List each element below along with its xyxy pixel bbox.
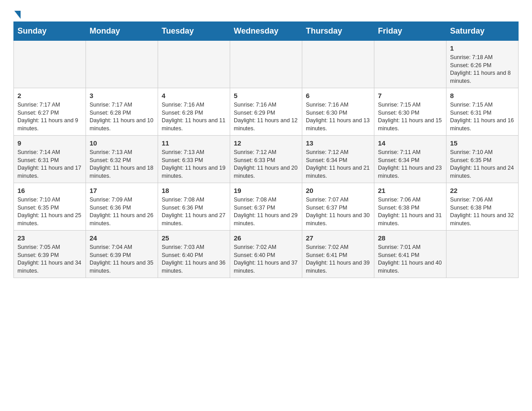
- day-info: Sunrise: 7:18 AM Sunset: 6:26 PM Dayligh…: [450, 54, 515, 85]
- calendar-cell: 21Sunrise: 7:06 AM Sunset: 6:38 PM Dayli…: [374, 183, 446, 231]
- day-info: Sunrise: 7:10 AM Sunset: 6:35 PM Dayligh…: [17, 196, 82, 227]
- day-number: 25: [162, 233, 226, 243]
- calendar-cell: [230, 41, 302, 88]
- day-number: 8: [450, 91, 515, 100]
- day-number: 6: [306, 91, 370, 100]
- day-info: Sunrise: 7:12 AM Sunset: 6:34 PM Dayligh…: [306, 149, 370, 180]
- calendar-cell: [86, 41, 158, 88]
- week-row-1: 1Sunrise: 7:18 AM Sunset: 6:26 PM Daylig…: [14, 41, 519, 88]
- header-day-thursday: Thursday: [302, 22, 374, 41]
- calendar-cell: 26Sunrise: 7:02 AM Sunset: 6:40 PM Dayli…: [230, 231, 302, 278]
- calendar-cell: 28Sunrise: 7:01 AM Sunset: 6:41 PM Dayli…: [374, 231, 446, 278]
- day-info: Sunrise: 7:13 AM Sunset: 6:32 PM Dayligh…: [90, 149, 154, 180]
- calendar-cell: 16Sunrise: 7:10 AM Sunset: 6:35 PM Dayli…: [14, 183, 86, 231]
- day-number: 22: [450, 186, 515, 195]
- calendar-cell: 5Sunrise: 7:16 AM Sunset: 6:29 PM Daylig…: [230, 88, 302, 136]
- day-number: 17: [90, 186, 154, 195]
- calendar-cell: 11Sunrise: 7:13 AM Sunset: 6:33 PM Dayli…: [158, 136, 230, 183]
- day-number: 11: [162, 138, 226, 148]
- calendar-cell: 9Sunrise: 7:14 AM Sunset: 6:31 PM Daylig…: [14, 136, 86, 183]
- day-info: Sunrise: 7:10 AM Sunset: 6:35 PM Dayligh…: [450, 149, 515, 180]
- logo: [13, 9, 21, 17]
- calendar-cell: 23Sunrise: 7:05 AM Sunset: 6:39 PM Dayli…: [14, 231, 86, 278]
- calendar-cell: [374, 41, 446, 88]
- day-number: 10: [90, 138, 154, 148]
- day-number: 21: [378, 186, 442, 195]
- day-number: 27: [306, 233, 370, 243]
- day-info: Sunrise: 7:07 AM Sunset: 6:37 PM Dayligh…: [306, 196, 370, 227]
- day-number: 24: [90, 233, 154, 243]
- day-info: Sunrise: 7:03 AM Sunset: 6:40 PM Dayligh…: [162, 244, 226, 275]
- day-number: 18: [162, 186, 226, 195]
- day-info: Sunrise: 7:06 AM Sunset: 6:38 PM Dayligh…: [378, 196, 442, 227]
- day-number: 20: [306, 186, 370, 195]
- calendar-cell: 3Sunrise: 7:17 AM Sunset: 6:28 PM Daylig…: [86, 88, 158, 136]
- calendar-body: 1Sunrise: 7:18 AM Sunset: 6:26 PM Daylig…: [14, 41, 519, 278]
- calendar-cell: 15Sunrise: 7:10 AM Sunset: 6:35 PM Dayli…: [446, 136, 519, 183]
- calendar-cell: 25Sunrise: 7:03 AM Sunset: 6:40 PM Dayli…: [158, 231, 230, 278]
- header-day-friday: Friday: [374, 22, 446, 41]
- calendar-cell: 8Sunrise: 7:15 AM Sunset: 6:31 PM Daylig…: [446, 88, 519, 136]
- calendar-cell: 4Sunrise: 7:16 AM Sunset: 6:28 PM Daylig…: [158, 88, 230, 136]
- day-info: Sunrise: 7:15 AM Sunset: 6:31 PM Dayligh…: [450, 101, 515, 133]
- day-info: Sunrise: 7:16 AM Sunset: 6:28 PM Dayligh…: [162, 101, 226, 133]
- day-info: Sunrise: 7:17 AM Sunset: 6:27 PM Dayligh…: [17, 101, 82, 133]
- day-info: Sunrise: 7:16 AM Sunset: 6:30 PM Dayligh…: [306, 101, 370, 133]
- day-info: Sunrise: 7:13 AM Sunset: 6:33 PM Dayligh…: [162, 149, 226, 180]
- header-day-tuesday: Tuesday: [158, 22, 230, 41]
- calendar-cell: 13Sunrise: 7:12 AM Sunset: 6:34 PM Dayli…: [302, 136, 374, 183]
- calendar-cell: 10Sunrise: 7:13 AM Sunset: 6:32 PM Dayli…: [86, 136, 158, 183]
- day-number: 15: [450, 138, 515, 148]
- day-number: 19: [234, 186, 298, 195]
- day-info: Sunrise: 7:14 AM Sunset: 6:31 PM Dayligh…: [17, 149, 82, 180]
- day-info: Sunrise: 7:09 AM Sunset: 6:36 PM Dayligh…: [90, 196, 154, 227]
- header-row: SundayMondayTuesdayWednesdayThursdayFrid…: [14, 22, 519, 41]
- calendar-cell: 7Sunrise: 7:15 AM Sunset: 6:30 PM Daylig…: [374, 88, 446, 136]
- week-row-2: 2Sunrise: 7:17 AM Sunset: 6:27 PM Daylig…: [14, 88, 519, 136]
- calendar-cell: 14Sunrise: 7:11 AM Sunset: 6:34 PM Dayli…: [374, 136, 446, 183]
- calendar-cell: 1Sunrise: 7:18 AM Sunset: 6:26 PM Daylig…: [446, 41, 519, 88]
- header-day-saturday: Saturday: [446, 22, 519, 41]
- calendar-cell: 12Sunrise: 7:12 AM Sunset: 6:33 PM Dayli…: [230, 136, 302, 183]
- calendar-cell: 2Sunrise: 7:17 AM Sunset: 6:27 PM Daylig…: [14, 88, 86, 136]
- header-day-sunday: Sunday: [14, 22, 86, 41]
- day-info: Sunrise: 7:15 AM Sunset: 6:30 PM Dayligh…: [378, 101, 442, 133]
- header-day-wednesday: Wednesday: [230, 22, 302, 41]
- calendar-cell: [302, 41, 374, 88]
- day-number: 9: [17, 138, 82, 148]
- day-number: 14: [378, 138, 442, 148]
- calendar-cell: 24Sunrise: 7:04 AM Sunset: 6:39 PM Dayli…: [86, 231, 158, 278]
- calendar-cell: 27Sunrise: 7:02 AM Sunset: 6:41 PM Dayli…: [302, 231, 374, 278]
- day-number: 2: [17, 91, 82, 100]
- day-info: Sunrise: 7:02 AM Sunset: 6:41 PM Dayligh…: [306, 244, 370, 275]
- day-number: 28: [378, 233, 442, 243]
- day-info: Sunrise: 7:08 AM Sunset: 6:37 PM Dayligh…: [234, 196, 298, 227]
- day-number: 1: [450, 43, 515, 53]
- calendar-cell: 19Sunrise: 7:08 AM Sunset: 6:37 PM Dayli…: [230, 183, 302, 231]
- day-number: 5: [234, 91, 298, 100]
- day-number: 4: [162, 91, 226, 100]
- week-row-5: 23Sunrise: 7:05 AM Sunset: 6:39 PM Dayli…: [14, 231, 519, 278]
- day-info: Sunrise: 7:01 AM Sunset: 6:41 PM Dayligh…: [378, 244, 442, 275]
- calendar-cell: [14, 41, 86, 88]
- week-row-4: 16Sunrise: 7:10 AM Sunset: 6:35 PM Dayli…: [14, 183, 519, 231]
- day-info: Sunrise: 7:16 AM Sunset: 6:29 PM Dayligh…: [234, 101, 298, 133]
- calendar-cell: 18Sunrise: 7:08 AM Sunset: 6:36 PM Dayli…: [158, 183, 230, 231]
- day-info: Sunrise: 7:12 AM Sunset: 6:33 PM Dayligh…: [234, 149, 298, 180]
- calendar-header: SundayMondayTuesdayWednesdayThursdayFrid…: [14, 22, 519, 41]
- calendar-cell: 17Sunrise: 7:09 AM Sunset: 6:36 PM Dayli…: [86, 183, 158, 231]
- day-number: 7: [378, 91, 442, 100]
- day-number: 12: [234, 138, 298, 148]
- day-info: Sunrise: 7:02 AM Sunset: 6:40 PM Dayligh…: [234, 244, 298, 275]
- day-info: Sunrise: 7:05 AM Sunset: 6:39 PM Dayligh…: [17, 244, 82, 275]
- calendar-cell: 6Sunrise: 7:16 AM Sunset: 6:30 PM Daylig…: [302, 88, 374, 136]
- page-header: [13, 9, 519, 17]
- day-number: 16: [17, 186, 82, 195]
- day-info: Sunrise: 7:11 AM Sunset: 6:34 PM Dayligh…: [378, 149, 442, 180]
- header-day-monday: Monday: [86, 22, 158, 41]
- calendar-cell: 20Sunrise: 7:07 AM Sunset: 6:37 PM Dayli…: [302, 183, 374, 231]
- calendar-table: SundayMondayTuesdayWednesdayThursdayFrid…: [13, 21, 519, 278]
- day-info: Sunrise: 7:04 AM Sunset: 6:39 PM Dayligh…: [90, 244, 154, 275]
- logo-triangle-icon: [14, 11, 21, 19]
- day-info: Sunrise: 7:08 AM Sunset: 6:36 PM Dayligh…: [162, 196, 226, 227]
